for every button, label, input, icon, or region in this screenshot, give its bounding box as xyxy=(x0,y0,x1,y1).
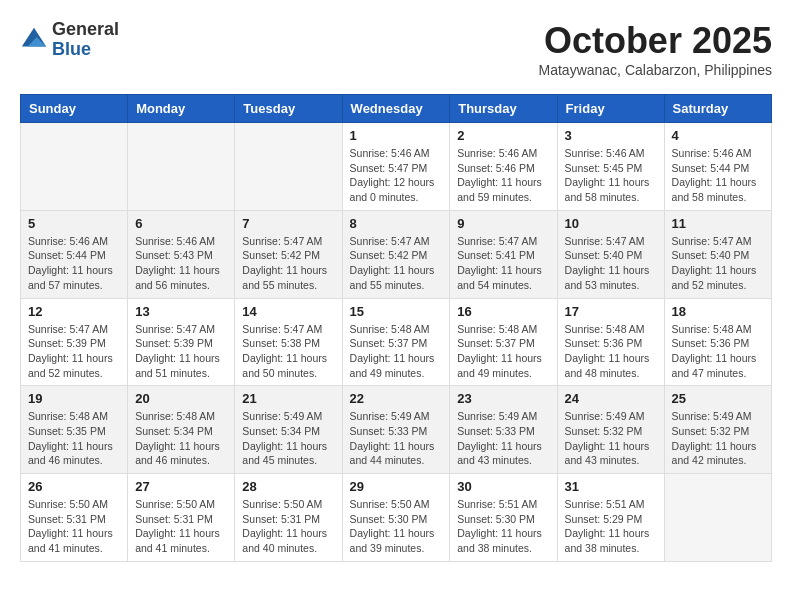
calendar-cell: 17Sunrise: 5:48 AM Sunset: 5:36 PM Dayli… xyxy=(557,298,664,386)
calendar-cell: 21Sunrise: 5:49 AM Sunset: 5:34 PM Dayli… xyxy=(235,386,342,474)
calendar-cell: 29Sunrise: 5:50 AM Sunset: 5:30 PM Dayli… xyxy=(342,474,450,562)
calendar-week-3: 12Sunrise: 5:47 AM Sunset: 5:39 PM Dayli… xyxy=(21,298,772,386)
day-info: Sunrise: 5:50 AM Sunset: 5:31 PM Dayligh… xyxy=(28,497,120,556)
day-info: Sunrise: 5:47 AM Sunset: 5:41 PM Dayligh… xyxy=(457,234,549,293)
calendar: SundayMondayTuesdayWednesdayThursdayFrid… xyxy=(20,94,772,562)
weekday-row: SundayMondayTuesdayWednesdayThursdayFrid… xyxy=(21,95,772,123)
day-number: 11 xyxy=(672,216,764,231)
day-info: Sunrise: 5:51 AM Sunset: 5:30 PM Dayligh… xyxy=(457,497,549,556)
day-number: 9 xyxy=(457,216,549,231)
weekday-header-friday: Friday xyxy=(557,95,664,123)
day-info: Sunrise: 5:49 AM Sunset: 5:32 PM Dayligh… xyxy=(672,409,764,468)
day-info: Sunrise: 5:46 AM Sunset: 5:44 PM Dayligh… xyxy=(28,234,120,293)
calendar-cell xyxy=(664,474,771,562)
day-info: Sunrise: 5:47 AM Sunset: 5:40 PM Dayligh… xyxy=(672,234,764,293)
day-info: Sunrise: 5:48 AM Sunset: 5:35 PM Dayligh… xyxy=(28,409,120,468)
location: Mataywanac, Calabarzon, Philippines xyxy=(539,62,772,78)
weekday-header-sunday: Sunday xyxy=(21,95,128,123)
logo-general: General xyxy=(52,20,119,40)
day-number: 3 xyxy=(565,128,657,143)
day-number: 15 xyxy=(350,304,443,319)
day-info: Sunrise: 5:49 AM Sunset: 5:34 PM Dayligh… xyxy=(242,409,334,468)
calendar-cell: 6Sunrise: 5:46 AM Sunset: 5:43 PM Daylig… xyxy=(128,210,235,298)
day-number: 25 xyxy=(672,391,764,406)
weekday-header-wednesday: Wednesday xyxy=(342,95,450,123)
calendar-cell: 8Sunrise: 5:47 AM Sunset: 5:42 PM Daylig… xyxy=(342,210,450,298)
day-info: Sunrise: 5:47 AM Sunset: 5:39 PM Dayligh… xyxy=(28,322,120,381)
day-number: 22 xyxy=(350,391,443,406)
calendar-cell: 2Sunrise: 5:46 AM Sunset: 5:46 PM Daylig… xyxy=(450,123,557,211)
calendar-cell: 31Sunrise: 5:51 AM Sunset: 5:29 PM Dayli… xyxy=(557,474,664,562)
calendar-cell: 23Sunrise: 5:49 AM Sunset: 5:33 PM Dayli… xyxy=(450,386,557,474)
day-number: 18 xyxy=(672,304,764,319)
page-header: General Blue October 2025 Mataywanac, Ca… xyxy=(20,20,772,78)
day-info: Sunrise: 5:47 AM Sunset: 5:42 PM Dayligh… xyxy=(350,234,443,293)
day-info: Sunrise: 5:50 AM Sunset: 5:30 PM Dayligh… xyxy=(350,497,443,556)
calendar-cell xyxy=(21,123,128,211)
calendar-cell: 27Sunrise: 5:50 AM Sunset: 5:31 PM Dayli… xyxy=(128,474,235,562)
day-info: Sunrise: 5:49 AM Sunset: 5:33 PM Dayligh… xyxy=(350,409,443,468)
day-number: 31 xyxy=(565,479,657,494)
day-info: Sunrise: 5:46 AM Sunset: 5:44 PM Dayligh… xyxy=(672,146,764,205)
calendar-header: SundayMondayTuesdayWednesdayThursdayFrid… xyxy=(21,95,772,123)
day-info: Sunrise: 5:50 AM Sunset: 5:31 PM Dayligh… xyxy=(242,497,334,556)
calendar-body: 1Sunrise: 5:46 AM Sunset: 5:47 PM Daylig… xyxy=(21,123,772,562)
calendar-cell: 16Sunrise: 5:48 AM Sunset: 5:37 PM Dayli… xyxy=(450,298,557,386)
day-info: Sunrise: 5:47 AM Sunset: 5:42 PM Dayligh… xyxy=(242,234,334,293)
calendar-cell: 7Sunrise: 5:47 AM Sunset: 5:42 PM Daylig… xyxy=(235,210,342,298)
weekday-header-tuesday: Tuesday xyxy=(235,95,342,123)
calendar-week-1: 1Sunrise: 5:46 AM Sunset: 5:47 PM Daylig… xyxy=(21,123,772,211)
month-title: October 2025 xyxy=(539,20,772,62)
day-number: 12 xyxy=(28,304,120,319)
calendar-cell: 24Sunrise: 5:49 AM Sunset: 5:32 PM Dayli… xyxy=(557,386,664,474)
day-number: 26 xyxy=(28,479,120,494)
calendar-cell: 13Sunrise: 5:47 AM Sunset: 5:39 PM Dayli… xyxy=(128,298,235,386)
day-info: Sunrise: 5:46 AM Sunset: 5:43 PM Dayligh… xyxy=(135,234,227,293)
day-number: 2 xyxy=(457,128,549,143)
day-info: Sunrise: 5:46 AM Sunset: 5:45 PM Dayligh… xyxy=(565,146,657,205)
calendar-week-5: 26Sunrise: 5:50 AM Sunset: 5:31 PM Dayli… xyxy=(21,474,772,562)
calendar-cell: 5Sunrise: 5:46 AM Sunset: 5:44 PM Daylig… xyxy=(21,210,128,298)
day-number: 30 xyxy=(457,479,549,494)
day-number: 10 xyxy=(565,216,657,231)
calendar-cell: 1Sunrise: 5:46 AM Sunset: 5:47 PM Daylig… xyxy=(342,123,450,211)
calendar-cell: 20Sunrise: 5:48 AM Sunset: 5:34 PM Dayli… xyxy=(128,386,235,474)
day-number: 16 xyxy=(457,304,549,319)
day-number: 8 xyxy=(350,216,443,231)
day-info: Sunrise: 5:49 AM Sunset: 5:33 PM Dayligh… xyxy=(457,409,549,468)
calendar-cell: 14Sunrise: 5:47 AM Sunset: 5:38 PM Dayli… xyxy=(235,298,342,386)
logo-icon xyxy=(20,26,48,54)
calendar-cell: 22Sunrise: 5:49 AM Sunset: 5:33 PM Dayli… xyxy=(342,386,450,474)
day-info: Sunrise: 5:48 AM Sunset: 5:37 PM Dayligh… xyxy=(457,322,549,381)
day-info: Sunrise: 5:48 AM Sunset: 5:34 PM Dayligh… xyxy=(135,409,227,468)
logo: General Blue xyxy=(20,20,119,60)
weekday-header-thursday: Thursday xyxy=(450,95,557,123)
calendar-cell: 18Sunrise: 5:48 AM Sunset: 5:36 PM Dayli… xyxy=(664,298,771,386)
day-info: Sunrise: 5:46 AM Sunset: 5:47 PM Dayligh… xyxy=(350,146,443,205)
calendar-cell: 9Sunrise: 5:47 AM Sunset: 5:41 PM Daylig… xyxy=(450,210,557,298)
calendar-cell: 26Sunrise: 5:50 AM Sunset: 5:31 PM Dayli… xyxy=(21,474,128,562)
day-number: 13 xyxy=(135,304,227,319)
calendar-cell: 12Sunrise: 5:47 AM Sunset: 5:39 PM Dayli… xyxy=(21,298,128,386)
calendar-cell: 15Sunrise: 5:48 AM Sunset: 5:37 PM Dayli… xyxy=(342,298,450,386)
day-info: Sunrise: 5:48 AM Sunset: 5:36 PM Dayligh… xyxy=(672,322,764,381)
calendar-cell: 28Sunrise: 5:50 AM Sunset: 5:31 PM Dayli… xyxy=(235,474,342,562)
weekday-header-saturday: Saturday xyxy=(664,95,771,123)
calendar-cell: 10Sunrise: 5:47 AM Sunset: 5:40 PM Dayli… xyxy=(557,210,664,298)
logo-text: General Blue xyxy=(52,20,119,60)
day-number: 7 xyxy=(242,216,334,231)
day-number: 27 xyxy=(135,479,227,494)
day-info: Sunrise: 5:47 AM Sunset: 5:40 PM Dayligh… xyxy=(565,234,657,293)
day-info: Sunrise: 5:51 AM Sunset: 5:29 PM Dayligh… xyxy=(565,497,657,556)
day-info: Sunrise: 5:46 AM Sunset: 5:46 PM Dayligh… xyxy=(457,146,549,205)
calendar-week-2: 5Sunrise: 5:46 AM Sunset: 5:44 PM Daylig… xyxy=(21,210,772,298)
title-block: October 2025 Mataywanac, Calabarzon, Phi… xyxy=(539,20,772,78)
calendar-cell: 4Sunrise: 5:46 AM Sunset: 5:44 PM Daylig… xyxy=(664,123,771,211)
day-info: Sunrise: 5:48 AM Sunset: 5:37 PM Dayligh… xyxy=(350,322,443,381)
day-info: Sunrise: 5:50 AM Sunset: 5:31 PM Dayligh… xyxy=(135,497,227,556)
day-number: 17 xyxy=(565,304,657,319)
day-number: 28 xyxy=(242,479,334,494)
day-info: Sunrise: 5:47 AM Sunset: 5:38 PM Dayligh… xyxy=(242,322,334,381)
day-number: 5 xyxy=(28,216,120,231)
calendar-cell: 11Sunrise: 5:47 AM Sunset: 5:40 PM Dayli… xyxy=(664,210,771,298)
